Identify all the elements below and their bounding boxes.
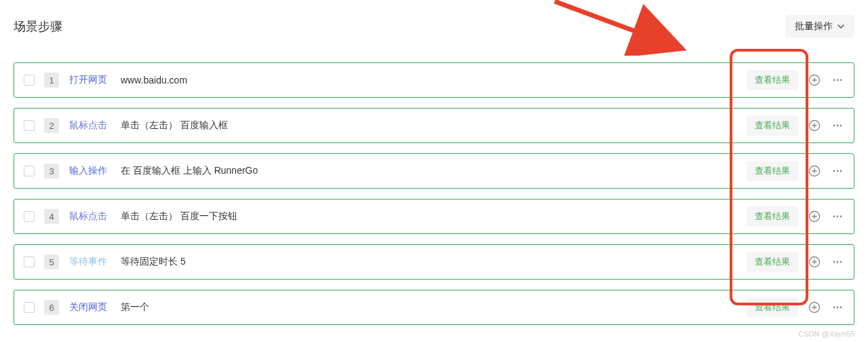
page-header: 场景步骤 批量操作 (0, 0, 868, 50)
step-row[interactable]: 4 鼠标点击 单击（左击） 百度一下按钮 查看结果 (14, 199, 854, 234)
step-type: 鼠标点击 (69, 210, 107, 223)
plus-circle-icon (808, 256, 821, 268)
step-actions: 查看结果 (747, 206, 844, 227)
step-description: www.baidu.com (121, 75, 747, 86)
more-actions-button[interactable] (831, 210, 844, 223)
step-checkbox[interactable] (24, 75, 35, 86)
step-row[interactable]: 6 关闭网页 第一个 查看结果 (14, 290, 854, 325)
more-actions-button[interactable] (831, 164, 844, 178)
step-row[interactable]: 3 输入操作 在 百度输入框 上输入 RunnerGo 查看结果 (14, 153, 854, 189)
step-checkbox[interactable] (24, 166, 35, 176)
add-step-button[interactable] (808, 164, 821, 178)
more-horizontal-icon (831, 74, 844, 86)
svg-point-14 (837, 216, 839, 218)
view-result-button[interactable]: 查看结果 (747, 252, 798, 272)
step-actions: 查看结果 (747, 297, 844, 318)
add-step-button[interactable] (808, 301, 821, 314)
plus-circle-icon (808, 74, 821, 86)
steps-list: 1 打开网页 www.baidu.com 查看结果 2 鼠标点击 单击（左击） … (0, 62, 868, 339)
step-number: 2 (44, 118, 59, 133)
svg-point-19 (840, 261, 842, 263)
step-number: 4 (44, 209, 59, 224)
svg-point-6 (837, 125, 839, 127)
bulk-action-button[interactable]: 批量操作 (785, 15, 854, 38)
step-type: 打开网页 (69, 74, 107, 86)
page-title: 场景步骤 (14, 18, 62, 35)
more-horizontal-icon (831, 210, 844, 223)
step-type: 输入操作 (69, 165, 107, 177)
plus-circle-icon (808, 210, 821, 223)
plus-circle-icon (808, 301, 821, 314)
step-number: 1 (44, 73, 59, 88)
more-horizontal-icon (831, 119, 844, 132)
svg-point-15 (840, 216, 842, 218)
step-type: 关闭网页 (69, 301, 107, 314)
add-step-button[interactable] (808, 119, 821, 132)
svg-point-21 (833, 307, 835, 309)
more-actions-button[interactable] (831, 301, 844, 314)
view-result-button[interactable]: 查看结果 (747, 297, 798, 318)
view-result-button[interactable]: 查看结果 (747, 70, 798, 90)
add-step-button[interactable] (808, 210, 821, 223)
svg-point-18 (837, 261, 839, 263)
plus-circle-icon (808, 119, 821, 132)
watermark-text: CSDN @Xayh55 (798, 330, 854, 338)
more-horizontal-icon (831, 301, 844, 314)
step-type: 鼠标点击 (69, 119, 107, 132)
svg-point-11 (840, 170, 842, 172)
more-actions-button[interactable] (831, 119, 844, 132)
step-number: 5 (44, 254, 59, 269)
step-description: 单击（左击） 百度一下按钮 (121, 210, 747, 223)
bulk-action-label: 批量操作 (795, 20, 833, 33)
svg-point-23 (840, 307, 842, 309)
step-actions: 查看结果 (747, 70, 844, 90)
step-type: 等待事件 (69, 256, 107, 268)
svg-point-17 (833, 261, 835, 263)
step-checkbox[interactable] (24, 302, 35, 313)
more-actions-button[interactable] (831, 255, 844, 269)
view-result-button[interactable]: 查看结果 (747, 206, 798, 227)
chevron-down-icon (837, 22, 845, 31)
step-description: 等待固定时长 5 (121, 256, 747, 268)
more-horizontal-icon (831, 165, 844, 177)
more-actions-button[interactable] (831, 73, 844, 87)
svg-point-1 (833, 79, 835, 81)
step-number: 6 (44, 300, 59, 315)
svg-point-9 (833, 170, 835, 172)
svg-point-3 (840, 79, 842, 81)
svg-point-2 (837, 79, 839, 81)
svg-point-5 (833, 125, 835, 127)
add-step-button[interactable] (808, 73, 821, 87)
step-actions: 查看结果 (747, 161, 844, 181)
svg-point-10 (837, 170, 839, 172)
step-actions: 查看结果 (747, 252, 844, 272)
more-horizontal-icon (831, 256, 844, 268)
svg-point-13 (833, 216, 835, 218)
step-description: 单击（左击） 百度输入框 (121, 119, 747, 132)
step-number: 3 (44, 164, 59, 178)
add-step-button[interactable] (808, 255, 821, 269)
view-result-button[interactable]: 查看结果 (747, 161, 798, 181)
step-checkbox[interactable] (24, 256, 35, 267)
svg-point-7 (840, 125, 842, 127)
step-actions: 查看结果 (747, 115, 844, 136)
step-description: 第一个 (121, 301, 747, 314)
step-checkbox[interactable] (24, 120, 35, 131)
view-result-button[interactable]: 查看结果 (747, 115, 798, 136)
step-description: 在 百度输入框 上输入 RunnerGo (121, 165, 747, 177)
step-checkbox[interactable] (24, 211, 35, 222)
svg-point-22 (837, 307, 839, 309)
step-row[interactable]: 5 等待事件 等待固定时长 5 查看结果 (14, 244, 854, 280)
plus-circle-icon (808, 165, 821, 177)
step-row[interactable]: 1 打开网页 www.baidu.com 查看结果 (14, 62, 854, 98)
step-row[interactable]: 2 鼠标点击 单击（左击） 百度输入框 查看结果 (14, 108, 854, 143)
